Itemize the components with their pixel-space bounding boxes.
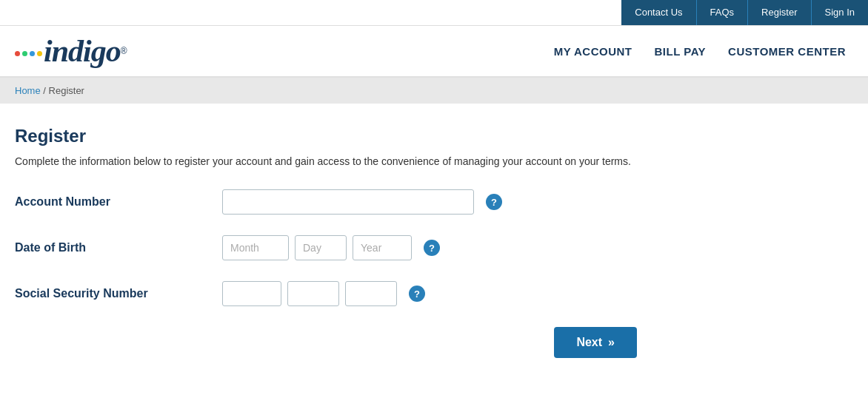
- ssn-part1-input[interactable]: [222, 281, 281, 306]
- main-content: Register Complete the information below …: [0, 104, 667, 388]
- dob-month-input[interactable]: [222, 235, 289, 260]
- dob-day-input[interactable]: [295, 235, 347, 260]
- breadcrumb-home[interactable]: Home: [15, 85, 41, 96]
- account-number-label: Account Number: [15, 195, 222, 209]
- breadcrumb-current: Register: [49, 85, 84, 96]
- ssn-part2-input[interactable]: [287, 281, 339, 306]
- page-description: Complete the information below to regist…: [15, 155, 652, 167]
- top-bar: Contact Us FAQs Register Sign In: [0, 0, 868, 26]
- page-title: Register: [15, 126, 652, 146]
- date-of-birth-label: Date of Birth: [15, 241, 222, 254]
- sign-in-link[interactable]: Sign In: [812, 0, 868, 25]
- breadcrumb-separator: /: [41, 85, 49, 96]
- logo-trademark: ®: [121, 46, 127, 56]
- next-arrow-icon: »: [608, 336, 615, 349]
- dot-yellow: [37, 51, 42, 56]
- logo-dots: [15, 47, 42, 56]
- ssn-row: Social Security Number ?: [15, 281, 652, 306]
- breadcrumb: Home / Register: [0, 78, 868, 104]
- contact-us-link[interactable]: Contact Us: [621, 0, 696, 25]
- dob-help-icon[interactable]: ?: [424, 240, 440, 256]
- dob-year-input[interactable]: [353, 235, 412, 260]
- next-button[interactable]: Next »: [554, 327, 637, 358]
- register-link[interactable]: Register: [748, 0, 811, 25]
- account-number-fields: ?: [222, 189, 502, 215]
- account-number-row: Account Number ?: [15, 189, 652, 215]
- dot-green: [22, 51, 27, 56]
- faqs-link[interactable]: FAQs: [697, 0, 749, 25]
- nav-my-account[interactable]: MY ACCOUNT: [554, 45, 632, 58]
- logo-text: indigo: [44, 33, 121, 69]
- dot-red: [15, 51, 20, 56]
- ssn-label: Social Security Number: [15, 287, 222, 300]
- date-of-birth-row: Date of Birth ?: [15, 235, 652, 260]
- account-number-input[interactable]: [222, 189, 474, 215]
- nav-bill-pay[interactable]: BILL PAY: [655, 45, 707, 58]
- ssn-part3-input[interactable]: [345, 281, 397, 306]
- logo[interactable]: indigo®: [15, 33, 127, 69]
- ssn-help-icon[interactable]: ?: [409, 286, 425, 302]
- header: indigo® MY ACCOUNT BILL PAY CUSTOMER CEN…: [0, 26, 868, 78]
- button-row: Next »: [15, 327, 652, 358]
- next-button-label: Next: [576, 336, 602, 349]
- dot-blue: [30, 51, 35, 56]
- nav-customer-center[interactable]: CUSTOMER CENTER: [728, 45, 846, 58]
- ssn-fields: ?: [222, 281, 425, 306]
- main-nav: MY ACCOUNT BILL PAY CUSTOMER CENTER: [554, 45, 846, 58]
- date-of-birth-fields: ?: [222, 235, 440, 260]
- account-number-help-icon[interactable]: ?: [486, 194, 502, 210]
